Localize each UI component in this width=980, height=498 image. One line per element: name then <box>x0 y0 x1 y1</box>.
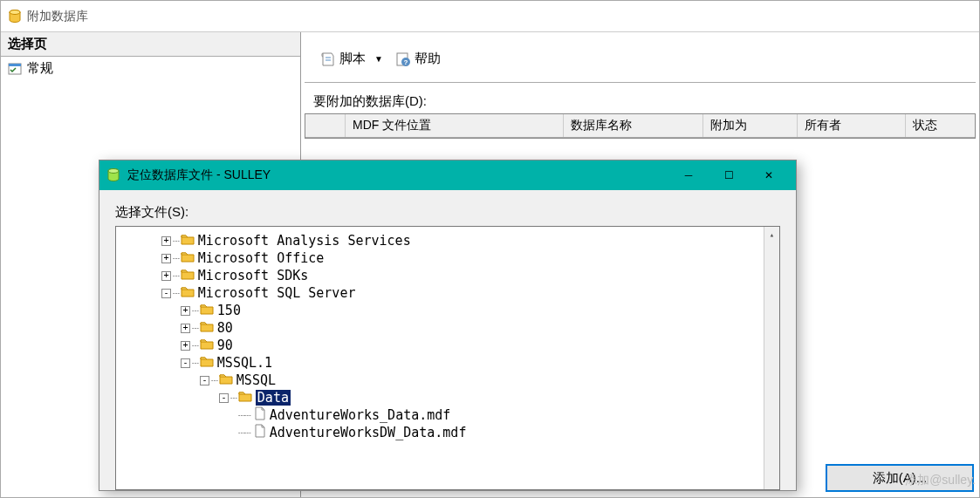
sidebar-item-general[interactable]: 常规 <box>1 57 300 80</box>
svg-text:?: ? <box>403 58 408 66</box>
tree-node[interactable]: -┄MSSQL.1 <box>181 354 779 372</box>
toolbar: 脚本 ▼ ? 帮助 <box>305 36 976 83</box>
file-icon <box>250 424 270 441</box>
col-blank <box>305 114 346 137</box>
tree-node[interactable]: -┄Data <box>219 389 779 406</box>
script-icon <box>320 51 336 67</box>
script-button[interactable]: 脚本 <box>320 51 366 67</box>
main-title: 附加数据库 <box>27 9 88 24</box>
col-dbname: 数据库名称 <box>564 114 703 137</box>
window-buttons: ─ ☐ ✕ <box>668 162 789 188</box>
tree-node-label: AdventureWorks_Data.mdf <box>270 407 451 423</box>
tree-node-label: 80 <box>217 320 233 336</box>
tree-node[interactable]: -┄MSSQL <box>200 372 779 389</box>
folder-icon <box>217 372 236 388</box>
close-button[interactable]: ✕ <box>749 162 789 188</box>
help-button[interactable]: ? 帮助 <box>395 51 441 67</box>
col-location: MDF 文件位置 <box>346 114 564 137</box>
file-tree[interactable]: +┄Microsoft Analysis Services+┄Microsoft… <box>115 226 780 490</box>
folder-icon <box>198 303 217 318</box>
add-button[interactable]: 添加(A)... <box>826 464 974 492</box>
tree-node[interactable]: +┄80 <box>181 319 779 337</box>
help-icon: ? <box>395 51 411 67</box>
tree-node-label: Microsoft SDKs <box>198 268 308 283</box>
script-label: 脚本 <box>339 51 366 67</box>
locate-file-dialog: 定位数据库文件 - SULLEY ─ ☐ ✕ 选择文件(S): +┄Micros… <box>99 160 797 491</box>
file-icon <box>250 406 270 424</box>
expander-icon[interactable]: + <box>181 306 190 316</box>
folder-icon <box>198 320 217 336</box>
expander-icon[interactable]: + <box>161 236 171 246</box>
folder-icon <box>179 233 198 249</box>
expander-icon[interactable]: + <box>161 254 171 263</box>
tree-node-label: MSSQL <box>236 372 276 388</box>
modal-titlebar[interactable]: 定位数据库文件 - SULLEY ─ ☐ ✕ <box>99 160 796 190</box>
tree-node-label: AdventureWorksDW_Data.mdf <box>270 425 467 440</box>
add-button-label: 添加(A)... <box>873 470 928 487</box>
tree-node[interactable]: +┄90 <box>181 337 779 354</box>
expander-icon[interactable]: - <box>161 289 171 298</box>
select-file-label: 选择文件(S): <box>115 204 780 221</box>
tree-node-label: Data <box>256 390 291 406</box>
svg-rect-3 <box>9 64 21 66</box>
folder-icon <box>198 355 217 371</box>
modal-body: 选择文件(S): +┄Microsoft Analysis Services+┄… <box>99 190 796 490</box>
expander-icon[interactable]: + <box>181 324 190 333</box>
database-icon <box>8 10 22 24</box>
tree-node[interactable]: -┄Microsoft SQL Server <box>161 284 779 302</box>
sidebar-header: 选择页 <box>1 32 300 57</box>
attach-label: 要附加的数据库(D): <box>301 86 979 113</box>
properties-icon <box>8 63 22 75</box>
expander-icon[interactable]: - <box>200 376 209 385</box>
tree-node[interactable]: ┄┄AdventureWorks_Data.mdf <box>238 406 779 424</box>
tree-node-label: Microsoft SQL Server <box>198 285 356 301</box>
expander-icon[interactable]: - <box>219 393 229 403</box>
database-icon <box>106 168 120 182</box>
tree-node[interactable]: +┄150 <box>181 302 779 319</box>
vertical-scrollbar[interactable]: ▴ <box>764 227 779 489</box>
col-owner: 所有者 <box>798 114 906 137</box>
table-header: MDF 文件位置 数据库名称 附加为 所有者 状态 <box>305 114 975 138</box>
folder-icon <box>198 338 217 353</box>
help-label: 帮助 <box>415 51 441 67</box>
maximize-button[interactable]: ☐ <box>709 162 749 188</box>
tree-node-label: 150 <box>217 303 241 318</box>
sidebar-item-label: 常规 <box>27 60 53 77</box>
expander-icon[interactable]: + <box>181 341 190 351</box>
tree-node[interactable]: +┄Microsoft SDKs <box>161 267 779 284</box>
tree-node[interactable]: ┄┄AdventureWorksDW_Data.mdf <box>238 424 779 441</box>
script-dropdown-arrow[interactable]: ▼ <box>374 54 383 64</box>
folder-icon <box>179 250 198 266</box>
tree-node[interactable]: +┄Microsoft Analysis Services <box>161 232 779 249</box>
modal-title: 定位数据库文件 - SULLEY <box>127 167 668 183</box>
expander-icon[interactable]: + <box>161 271 171 281</box>
expander-icon[interactable]: - <box>181 358 190 368</box>
svg-point-1 <box>10 10 20 14</box>
tree-node-label: MSSQL.1 <box>217 355 272 371</box>
tree-node-label: 90 <box>217 338 233 353</box>
tree-node[interactable]: +┄Microsoft Office <box>161 249 779 267</box>
scroll-up-arrow[interactable]: ▴ <box>764 227 779 242</box>
folder-icon <box>179 268 198 283</box>
attach-table: MDF 文件位置 数据库名称 附加为 所有者 状态 <box>305 113 976 139</box>
folder-icon <box>179 285 198 301</box>
main-titlebar: 附加数据库 <box>1 1 979 32</box>
minimize-button[interactable]: ─ <box>668 162 709 188</box>
tree-node-label: Microsoft Analysis Services <box>198 233 411 249</box>
folder-icon <box>236 390 256 406</box>
tree-node-label: Microsoft Office <box>198 250 325 266</box>
col-attach-as: 附加为 <box>703 114 798 137</box>
col-status: 状态 <box>906 114 975 137</box>
svg-point-10 <box>108 169 119 174</box>
